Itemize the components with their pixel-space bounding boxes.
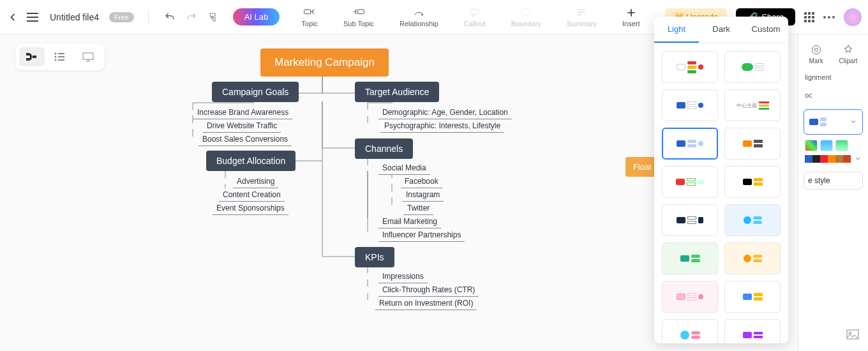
swatch-row bbox=[798, 140, 868, 155]
theme-card[interactable] bbox=[724, 243, 781, 274]
view-switcher bbox=[15, 43, 105, 70]
theme-card[interactable] bbox=[662, 204, 718, 236]
theme-card[interactable] bbox=[662, 51, 718, 83]
theme-card[interactable] bbox=[724, 319, 781, 343]
svg-rect-5 bbox=[26, 58, 30, 61]
svg-rect-4 bbox=[26, 53, 30, 56]
ai-lab-button[interactable]: AI Lab bbox=[233, 8, 280, 26]
redo-icon[interactable] bbox=[184, 10, 198, 24]
side-panel: Mark Clipart lignment oc e style bbox=[798, 34, 868, 351]
free-badge: Free bbox=[109, 12, 134, 22]
insert-button[interactable]: Insert bbox=[613, 7, 649, 27]
rainbow-color-row bbox=[798, 155, 868, 167]
boundary-button: Boundary bbox=[502, 7, 550, 27]
root-node[interactable]: Marketing Campaign bbox=[260, 49, 389, 77]
hamburger-menu-icon[interactable] bbox=[27, 11, 40, 24]
alignment-label: lignment bbox=[798, 68, 868, 86]
swatch[interactable] bbox=[835, 140, 848, 151]
relationship-button[interactable]: Relationship bbox=[391, 7, 447, 27]
presentation-view-icon[interactable] bbox=[75, 47, 101, 66]
leaf-node[interactable]: Content Creation bbox=[219, 188, 285, 202]
branch-audience[interactable]: Target Audience bbox=[355, 82, 439, 102]
undo-icon[interactable] bbox=[163, 10, 177, 24]
leaf-node[interactable]: Advertising bbox=[233, 175, 278, 188]
svg-rect-3 bbox=[522, 9, 530, 15]
leaf-node[interactable]: Click-Through Rates (CTR) bbox=[378, 283, 479, 297]
theme-card[interactable] bbox=[662, 319, 718, 343]
theme-card[interactable] bbox=[662, 281, 718, 313]
mark-tool[interactable]: Mark bbox=[809, 43, 823, 64]
theme-tab-dark[interactable]: Dark bbox=[699, 17, 744, 43]
leaf-node[interactable]: Twitter bbox=[403, 202, 433, 215]
theme-card[interactable]: 中心主题 bbox=[724, 89, 781, 121]
svg-rect-2 bbox=[470, 9, 478, 14]
style-button[interactable]: e style bbox=[804, 172, 863, 190]
summary-button: Summary bbox=[558, 7, 606, 27]
user-avatar[interactable] bbox=[844, 8, 862, 26]
theme-card[interactable] bbox=[662, 166, 718, 198]
theme-card[interactable] bbox=[724, 128, 781, 160]
toolbar-left: Untitled file4 Free AI Lab Topic Sub Top… bbox=[6, 7, 649, 27]
file-name[interactable]: Untitled file4 bbox=[50, 12, 99, 22]
leaf-node[interactable]: Social Media bbox=[378, 161, 430, 175]
clipart-tool[interactable]: Clipart bbox=[839, 43, 858, 64]
leaf-node[interactable]: Return on Investment (ROI) bbox=[375, 297, 477, 310]
format-painter-icon[interactable] bbox=[206, 10, 220, 24]
theme-card[interactable] bbox=[724, 166, 781, 198]
image-icon[interactable] bbox=[845, 327, 860, 345]
mindmap-view-icon[interactable] bbox=[19, 47, 45, 66]
svg-point-9 bbox=[55, 59, 57, 61]
theme-tab-custom[interactable]: Custom bbox=[744, 17, 788, 43]
leaf-node[interactable]: Impressions bbox=[378, 270, 428, 283]
more-icon[interactable] bbox=[823, 16, 835, 19]
branch-channels[interactable]: Channels bbox=[355, 138, 413, 159]
leaf-node[interactable]: Facebook bbox=[401, 175, 442, 188]
svg-point-12 bbox=[814, 49, 818, 52]
svg-rect-1 bbox=[357, 10, 364, 14]
theme-grid: 中心主题 bbox=[654, 43, 788, 343]
outline-view-icon[interactable] bbox=[47, 47, 73, 66]
leaf-node[interactable]: Demographic: Age, Gender, Location bbox=[378, 106, 512, 119]
theme-card[interactable] bbox=[724, 281, 781, 313]
theme-card[interactable] bbox=[724, 51, 781, 83]
theme-tab-light[interactable]: Light bbox=[654, 17, 699, 43]
leaf-node[interactable]: Instagram bbox=[402, 188, 444, 202]
svg-point-8 bbox=[55, 56, 57, 58]
theme-card[interactable] bbox=[724, 204, 781, 236]
back-icon[interactable] bbox=[6, 11, 19, 24]
leaf-node[interactable]: Psychographic: Interests, Lifestyle bbox=[380, 119, 504, 133]
leaf-node[interactable]: Drive Website Traffic bbox=[203, 119, 281, 133]
theme-card[interactable] bbox=[662, 89, 718, 121]
svg-rect-10 bbox=[83, 53, 93, 59]
svg-point-11 bbox=[812, 45, 820, 54]
oc-label: oc bbox=[798, 86, 868, 104]
svg-rect-6 bbox=[33, 56, 36, 58]
svg-point-7 bbox=[55, 53, 57, 55]
topic-button[interactable]: Topic bbox=[292, 7, 327, 27]
theme-card[interactable] bbox=[662, 243, 718, 274]
chevron-down-icon bbox=[854, 155, 862, 163]
subtopic-button[interactable]: Sub Topic bbox=[334, 7, 383, 27]
leaf-node[interactable]: Event Sponsorships bbox=[213, 202, 288, 215]
svg-rect-0 bbox=[304, 10, 311, 14]
branch-goals[interactable]: Campaign Goals bbox=[212, 82, 299, 102]
theme-color-select[interactable] bbox=[804, 109, 863, 135]
branch-budget[interactable]: Budget Allocation bbox=[206, 151, 296, 171]
theme-tabs: Light Dark Custom bbox=[654, 17, 788, 43]
branch-kpis[interactable]: KPIs bbox=[355, 247, 394, 267]
leaf-node[interactable]: Increase Brand Awareness bbox=[193, 106, 292, 119]
callout-button: Callout bbox=[455, 7, 495, 27]
leaf-node[interactable]: Email Marketing bbox=[378, 215, 441, 228]
chevron-down-icon bbox=[849, 118, 857, 126]
leaf-node[interactable]: Boost Sales Conversions bbox=[198, 133, 292, 146]
leaf-node[interactable]: Influencer Partnerships bbox=[378, 228, 465, 242]
apps-grid-icon[interactable] bbox=[804, 12, 814, 22]
theme-card-selected[interactable] bbox=[662, 128, 718, 160]
swatch[interactable] bbox=[820, 140, 833, 151]
theme-picker-popup: Light Dark Custom 中心主题 bbox=[654, 17, 788, 343]
swatch[interactable] bbox=[805, 140, 818, 151]
